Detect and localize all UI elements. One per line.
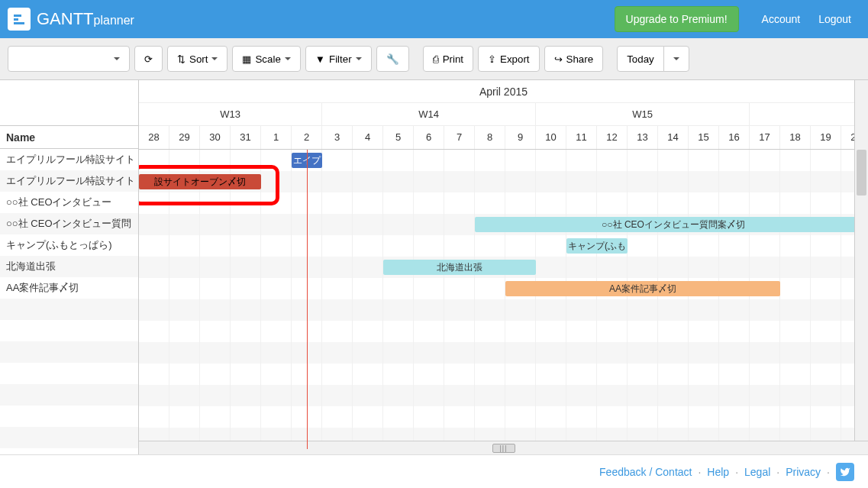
legal-link[interactable]: Legal — [744, 466, 770, 478]
task-row[interactable]: キャンプ(ふもとっぱら) — [0, 234, 138, 256]
task-row[interactable] — [0, 406, 138, 427]
app-header: GANTTplanner Upgrade to Premium! Account… — [0, 0, 868, 38]
month-header-row: April 2015 — [139, 80, 868, 103]
gantt-bar[interactable]: AA案件記事〆切 — [505, 281, 780, 296]
day-header-cell[interactable]: 28 — [139, 126, 169, 149]
day-header-cell[interactable]: 11 — [566, 126, 597, 149]
day-header-cell[interactable]: 3 — [322, 126, 353, 149]
day-header-cell[interactable]: 4 — [353, 126, 383, 149]
task-row[interactable]: 北海道出張 — [0, 256, 138, 277]
gantt-bar[interactable]: ○○社 CEOインタビュー質問案〆切 — [475, 217, 868, 232]
grid-row[interactable] — [139, 321, 868, 342]
day-header-cell[interactable]: 31 — [231, 126, 261, 149]
grid-row[interactable]: ○○社 CEOインタビュー質問案〆切 — [139, 214, 868, 235]
task-row[interactable] — [0, 427, 138, 448]
print-button[interactable]: ⎙Print — [423, 46, 473, 72]
settings-button[interactable]: 🔧 — [376, 46, 409, 72]
day-header-cell[interactable]: 10 — [536, 126, 566, 149]
grid-row[interactable]: 北海道出張 — [139, 257, 868, 278]
gantt-grid[interactable]: エイプ設サイトオーブン〆切○○社 CEOインタビュー質問案〆切キャンプ(ふも北海… — [139, 150, 868, 449]
task-row[interactable] — [0, 320, 138, 341]
logout-link[interactable]: Logout — [818, 13, 851, 25]
month-label: April 2015 — [139, 80, 868, 103]
day-header-cell[interactable]: 1 — [261, 126, 292, 149]
export-icon: ⇪ — [488, 53, 496, 65]
day-header-cell[interactable]: 14 — [658, 126, 689, 149]
task-row[interactable]: AA案件記事〆切 — [0, 277, 138, 299]
week-header-cell: W14 — [322, 103, 536, 125]
day-header-cell[interactable]: 9 — [505, 126, 536, 149]
share-button[interactable]: ↪Share — [544, 46, 604, 72]
grid-row[interactable]: AA案件記事〆切 — [139, 278, 868, 299]
task-row[interactable] — [0, 384, 138, 406]
week-header-cell: W15 — [536, 103, 750, 125]
task-name-cell[interactable]: AA案件記事〆切 — [0, 281, 85, 295]
gantt-bar[interactable]: 設サイトオーブン〆切 — [139, 174, 261, 189]
day-header-cell[interactable]: 17 — [750, 126, 780, 149]
task-name-cell[interactable]: エイプリルフール特設サイト — [0, 174, 138, 188]
task-row[interactable]: ○○社 CEOインタビュー — [0, 192, 138, 213]
privacy-link[interactable]: Privacy — [786, 466, 821, 478]
grid-row[interactable] — [139, 406, 868, 428]
logo[interactable]: GANTTplanner — [8, 8, 134, 31]
feedback-link[interactable]: Feedback / Contact — [599, 466, 692, 478]
refresh-button[interactable]: ⟳ — [134, 46, 163, 72]
refresh-icon: ⟳ — [144, 53, 153, 65]
filter-button[interactable]: ▼Filter — [305, 46, 372, 72]
day-header-cell[interactable]: 16 — [719, 126, 750, 149]
gantt-bar[interactable]: キャンプ(ふも — [566, 238, 628, 254]
day-header-cell[interactable]: 8 — [475, 126, 505, 149]
grid-row[interactable]: 設サイトオーブン〆切 — [139, 171, 868, 192]
grid-row[interactable]: キャンプ(ふも — [139, 235, 868, 257]
toolbar: ⟳ ⇅Sort ▦Scale ▼Filter 🔧 ⎙Print ⇪Export … — [0, 38, 868, 80]
scale-button[interactable]: ▦Scale — [232, 46, 300, 72]
horizontal-scrollbar[interactable]: ||| — [139, 441, 868, 454]
grid-row[interactable] — [139, 342, 868, 364]
gantt-bar[interactable]: エイプ — [292, 153, 322, 168]
task-row[interactable] — [0, 299, 138, 320]
horizontal-scrollbar-thumb[interactable]: ||| — [492, 444, 515, 453]
help-link[interactable]: Help — [707, 466, 729, 478]
gantt-bar[interactable]: 北海道出張 — [383, 260, 536, 275]
today-button[interactable]: Today — [617, 46, 664, 72]
task-name-panel: Name エイプリルフール特設サイトエイプリルフール特設サイト○○社 CEOイン… — [0, 80, 139, 454]
vertical-scrollbar[interactable] — [854, 80, 868, 454]
task-row[interactable]: エイプリルフール特設サイト — [0, 149, 138, 170]
task-row[interactable] — [0, 341, 138, 363]
export-button[interactable]: ⇪Export — [478, 46, 540, 72]
day-header-cell[interactable]: 15 — [689, 126, 719, 149]
filter-icon: ▼ — [315, 53, 325, 65]
task-name-cell[interactable]: ○○社 CEOインタビュー — [0, 196, 118, 209]
task-name-cell[interactable]: 北海道出張 — [0, 260, 62, 273]
task-name-cell[interactable]: キャンプ(ふもとっぱら) — [0, 238, 118, 252]
grid-row[interactable]: エイプ — [139, 150, 868, 171]
task-name-cell[interactable]: ○○社 CEOインタビュー質問 — [0, 217, 138, 231]
day-header-cell[interactable]: 12 — [597, 126, 628, 149]
today-dropdown-button[interactable] — [663, 46, 689, 72]
grid-row[interactable] — [139, 364, 868, 385]
upgrade-button[interactable]: Upgrade to Premium! — [615, 6, 739, 32]
task-row[interactable]: ○○社 CEOインタビュー質問 — [0, 213, 138, 234]
week-header-row: W13W14W15 — [139, 103, 868, 126]
day-header-cell[interactable]: 5 — [383, 126, 414, 149]
calendar-select[interactable] — [8, 46, 130, 72]
day-header-cell[interactable]: 13 — [628, 126, 658, 149]
grid-row[interactable] — [139, 192, 868, 214]
day-header-cell[interactable]: 2 — [292, 126, 322, 149]
day-header-cell[interactable]: 30 — [200, 126, 231, 149]
task-row[interactable]: エイプリルフール特設サイト — [0, 170, 138, 192]
day-header-cell[interactable]: 18 — [780, 126, 811, 149]
account-link[interactable]: Account — [762, 13, 801, 25]
task-row[interactable] — [0, 363, 138, 384]
grid-row[interactable] — [139, 299, 868, 321]
twitter-icon[interactable] — [836, 463, 854, 481]
day-header-cell[interactable]: 19 — [811, 126, 841, 149]
task-name-cell[interactable]: エイプリルフール特設サイト — [0, 153, 138, 166]
grid-row[interactable] — [139, 385, 868, 406]
day-header-cell[interactable]: 29 — [169, 126, 200, 149]
day-header-cell[interactable]: 6 — [414, 126, 444, 149]
vertical-scrollbar-thumb[interactable] — [857, 150, 866, 196]
sort-button[interactable]: ⇅Sort — [167, 46, 227, 72]
day-header-cell[interactable]: 7 — [444, 126, 475, 149]
name-column-header[interactable]: Name — [0, 126, 138, 149]
